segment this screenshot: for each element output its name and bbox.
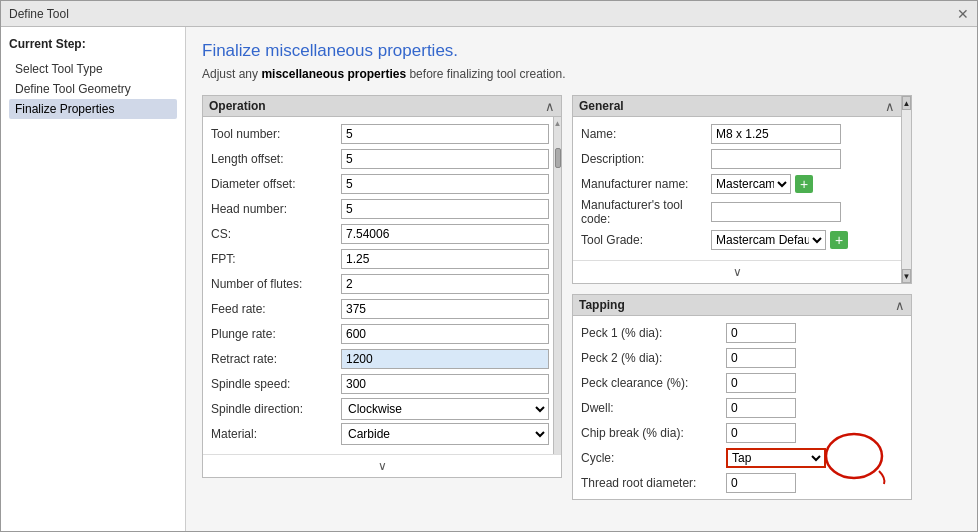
tapping-panel-header: Tapping ∧ bbox=[573, 295, 911, 316]
peck-clearance-label: Peck clearance (%): bbox=[581, 376, 726, 390]
peck2-label: Peck 2 (% dia): bbox=[581, 351, 726, 365]
form-row-length-offset: Length offset: bbox=[211, 148, 549, 170]
peck1-input[interactable] bbox=[726, 323, 796, 343]
length-offset-label: Length offset: bbox=[211, 152, 341, 166]
spindle-speed-input[interactable] bbox=[341, 374, 549, 394]
feed-rate-label: Feed rate: bbox=[211, 302, 341, 316]
form-row-peck-clearance: Peck clearance (%): bbox=[581, 372, 903, 394]
form-row-peck2: Peck 2 (% dia): bbox=[581, 347, 903, 369]
general-scroll-down[interactable]: ▼ bbox=[902, 269, 911, 283]
operation-panel-title: Operation bbox=[209, 99, 266, 113]
peck-clearance-input[interactable] bbox=[726, 373, 796, 393]
sidebar-item-finalize-properties[interactable]: Finalize Properties bbox=[9, 99, 177, 119]
form-row-spindle-speed: Spindle speed: bbox=[211, 373, 549, 395]
general-panel-footer: ∨ bbox=[573, 260, 901, 283]
operation-panel-collapse[interactable]: ∧ bbox=[545, 100, 555, 113]
spindle-speed-label: Spindle speed: bbox=[211, 377, 341, 391]
manufacturer-select[interactable]: Mastercam bbox=[711, 174, 791, 194]
operation-panel-expand-icon[interactable]: ∨ bbox=[378, 459, 387, 473]
material-label: Material: bbox=[211, 427, 341, 441]
form-row-spindle-direction: Spindle direction: Clockwise Counter-Clo… bbox=[211, 398, 549, 420]
spindle-direction-select[interactable]: Clockwise Counter-Clockwise bbox=[341, 398, 549, 420]
length-offset-input[interactable] bbox=[341, 149, 549, 169]
sidebar-item-select-tool-type[interactable]: Select Tool Type bbox=[9, 59, 177, 79]
define-tool-window: Define Tool ✕ Current Step: Select Tool … bbox=[0, 0, 978, 532]
subtitle-end: before finalizing tool creation. bbox=[406, 67, 565, 81]
operation-panel-body: Tool number: Length offset: Diameter off… bbox=[203, 117, 553, 454]
cycle-select[interactable]: Tap Rigid Tap Form Tap bbox=[726, 448, 826, 468]
manufacturer-label: Manufacturer name: bbox=[581, 177, 711, 191]
general-panel-collapse[interactable]: ∧ bbox=[885, 100, 895, 113]
plunge-rate-input[interactable] bbox=[341, 324, 549, 344]
panels-row: Operation ∧ Tool number: Leng bbox=[202, 95, 961, 500]
form-row-tool-code: Manufacturer's tool code: bbox=[581, 198, 893, 226]
form-row-material: Material: Carbide HSS Ceramic bbox=[211, 423, 549, 445]
scroll-thumb[interactable] bbox=[555, 148, 561, 168]
cycle-label: Cycle: bbox=[581, 451, 726, 465]
chip-break-input[interactable] bbox=[726, 423, 796, 443]
general-panel-expand-icon[interactable]: ∨ bbox=[733, 265, 742, 279]
thread-root-label: Thread root diameter: bbox=[581, 476, 726, 490]
tapping-panel-title: Tapping bbox=[579, 298, 625, 312]
fpt-label: FPT: bbox=[211, 252, 341, 266]
cycle-control-wrapper: Tap Rigid Tap Form Tap bbox=[726, 448, 826, 468]
form-row-thread-root: Thread root diameter: bbox=[581, 472, 903, 494]
operation-panel-scrollbar[interactable]: ▲ bbox=[553, 117, 561, 454]
general-panel-header: General ∧ bbox=[573, 96, 901, 117]
form-row-plunge-rate: Plunge rate: bbox=[211, 323, 549, 345]
tool-grade-select[interactable]: Mastercam Default bbox=[711, 230, 826, 250]
form-row-description: Description: bbox=[581, 148, 893, 170]
peck2-input[interactable] bbox=[726, 348, 796, 368]
sidebar-title: Current Step: bbox=[9, 37, 177, 51]
sidebar-item-define-tool-geometry[interactable]: Define Tool Geometry bbox=[9, 79, 177, 99]
content-area: Current Step: Select Tool Type Define To… bbox=[1, 27, 977, 531]
close-button[interactable]: ✕ bbox=[957, 7, 969, 21]
general-scroll-up[interactable]: ▲ bbox=[902, 96, 911, 110]
scroll-up-btn[interactable]: ▲ bbox=[554, 119, 562, 128]
form-row-feed-rate: Feed rate: bbox=[211, 298, 549, 320]
thread-root-input[interactable] bbox=[726, 473, 796, 493]
head-number-input[interactable] bbox=[341, 199, 549, 219]
plunge-rate-label: Plunge rate: bbox=[211, 327, 341, 341]
tool-code-label: Manufacturer's tool code: bbox=[581, 198, 711, 226]
form-row-retract-rate: Retract rate: bbox=[211, 348, 549, 370]
chip-break-label: Chip break (% dia): bbox=[581, 426, 726, 440]
material-select[interactable]: Carbide HSS Ceramic bbox=[341, 423, 549, 445]
window-title: Define Tool bbox=[9, 7, 69, 21]
description-input[interactable] bbox=[711, 149, 841, 169]
tool-number-label: Tool number: bbox=[211, 127, 341, 141]
flutes-input[interactable] bbox=[341, 274, 549, 294]
tapping-panel-collapse[interactable]: ∧ bbox=[895, 299, 905, 312]
form-row-name: Name: bbox=[581, 123, 893, 145]
form-row-tool-grade: Tool Grade: Mastercam Default + bbox=[581, 229, 893, 251]
flutes-label: Number of flutes: bbox=[211, 277, 341, 291]
general-panel-content: General ∧ Name: bbox=[573, 96, 901, 283]
dwell-input[interactable] bbox=[726, 398, 796, 418]
form-row-flutes: Number of flutes: bbox=[211, 273, 549, 295]
fpt-input[interactable] bbox=[341, 249, 549, 269]
form-row-chip-break: Chip break (% dia): bbox=[581, 422, 903, 444]
retract-rate-input[interactable] bbox=[341, 349, 549, 369]
title-bar: Define Tool ✕ bbox=[1, 1, 977, 27]
general-panel-scrollbar[interactable]: ▲ ▼ bbox=[901, 96, 911, 283]
tool-number-input[interactable] bbox=[341, 124, 549, 144]
general-scroll-track bbox=[902, 110, 911, 269]
feed-rate-input[interactable] bbox=[341, 299, 549, 319]
general-panel-title: General bbox=[579, 99, 624, 113]
form-row-diameter-offset: Diameter offset: bbox=[211, 173, 549, 195]
tool-code-input[interactable] bbox=[711, 202, 841, 222]
tool-grade-add-button[interactable]: + bbox=[830, 231, 848, 249]
cs-label: CS: bbox=[211, 227, 341, 241]
general-panel: General ∧ Name: bbox=[572, 95, 912, 284]
form-row-dwell: Dwell: bbox=[581, 397, 903, 419]
diameter-offset-label: Diameter offset: bbox=[211, 177, 341, 191]
form-row-peck1: Peck 1 (% dia): bbox=[581, 322, 903, 344]
cs-input[interactable] bbox=[341, 224, 549, 244]
form-row-manufacturer: Manufacturer name: Mastercam + bbox=[581, 173, 893, 195]
operation-panel-inner: Tool number: Length offset: Diameter off… bbox=[203, 117, 561, 454]
manufacturer-add-button[interactable]: + bbox=[795, 175, 813, 193]
name-input[interactable] bbox=[711, 124, 841, 144]
page-subtitle: Adjust any miscellaneous properties befo… bbox=[202, 67, 961, 81]
diameter-offset-input[interactable] bbox=[341, 174, 549, 194]
tapping-panel: Tapping ∧ Peck 1 (% dia): Peck 2 (% bbox=[572, 294, 912, 500]
